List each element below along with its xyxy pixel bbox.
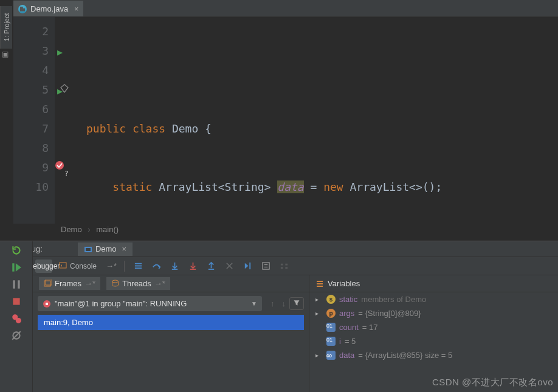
svg-rect-27 xyxy=(280,267,283,269)
debug-session-tab[interactable]: Demo × xyxy=(78,242,133,256)
java-file-icon xyxy=(18,5,27,13)
variables-pane: Variables ▸s static members of Demo▸p ar… xyxy=(309,275,558,392)
step-out-icon[interactable] xyxy=(202,260,219,273)
line-number: 6 xyxy=(13,100,49,119)
editor-tabstrip: Demo.java × xyxy=(13,0,558,17)
svg-point-6 xyxy=(15,318,21,323)
var-type-icon: 01 xyxy=(326,323,336,332)
line-number: 9 xyxy=(13,158,49,177)
variables-header: Variables xyxy=(309,275,558,292)
resume-icon[interactable] xyxy=(11,262,22,273)
debug-toolbar: Debugger Console →* xyxy=(0,257,558,275)
file-tab-demo[interactable]: Demo.java × xyxy=(13,1,83,16)
code-line: public class Demo { xyxy=(74,119,558,139)
breadcrumb-class[interactable]: Demo xyxy=(61,225,82,234)
breakpoint-condition-icon: ? xyxy=(64,164,69,184)
stack-frame[interactable]: main:9, Demo xyxy=(38,315,304,330)
svg-rect-25 xyxy=(280,264,283,266)
line-number: 10 xyxy=(13,177,49,197)
run-gutter-icon[interactable]: ▶ xyxy=(57,43,64,62)
line-number: 2 xyxy=(13,22,49,41)
svg-point-31 xyxy=(112,280,119,283)
debug-tool-window: Debug: Demo × Debugger Console →* xyxy=(0,241,558,392)
line-number: 5 xyxy=(13,80,49,100)
frames-pane: Frames →* Threads →* "main"@1 in group "… xyxy=(33,275,309,392)
console-icon xyxy=(59,261,68,270)
step-over-icon[interactable] xyxy=(148,260,165,273)
variable-row[interactable]: ▸∞ data = {ArrayList@855} size = 5 xyxy=(309,348,558,362)
variable-row[interactable]: 01 count = 17 xyxy=(309,320,558,334)
line-number: 4 xyxy=(13,61,49,80)
view-breakpoints-icon[interactable] xyxy=(11,313,22,324)
filter-icon[interactable] xyxy=(289,297,304,310)
code-line xyxy=(74,61,558,80)
var-type-icon: s xyxy=(326,295,336,304)
svg-rect-3 xyxy=(18,280,19,289)
variable-row[interactable]: 01 i = 5 xyxy=(309,334,558,348)
svg-rect-2 xyxy=(13,280,15,289)
gutter: 2 3 4 5 6 7 8 9 10 xyxy=(13,17,55,224)
variables-icon xyxy=(315,280,324,288)
mute-breakpoints-icon[interactable] xyxy=(11,330,22,341)
svg-rect-26 xyxy=(285,264,288,266)
debugger-tab[interactable]: Debugger xyxy=(35,260,52,273)
editor[interactable]: 2 3 4 5 6 7 8 9 10 ▶ ▶ ? public class De… xyxy=(13,17,558,224)
pause-icon[interactable] xyxy=(11,279,22,290)
threads-tab[interactable]: Threads →* xyxy=(106,277,170,290)
breadcrumb-method[interactable]: main() xyxy=(96,225,119,234)
svg-rect-22 xyxy=(262,263,269,269)
threads-icon xyxy=(111,280,119,287)
variable-row[interactable]: ▸p args = {String[0]@809} xyxy=(309,306,558,320)
thread-selector[interactable]: "main"@1 in group "main": RUNNING ▼ xyxy=(38,296,262,311)
breadcrumb[interactable]: Demo › main() xyxy=(61,225,119,234)
svg-rect-28 xyxy=(285,267,288,269)
prev-frame-icon[interactable]: ↑ xyxy=(267,299,278,308)
line-number: 8 xyxy=(13,139,49,158)
var-type-icon: ∞ xyxy=(326,351,336,360)
debug-header: Debug: Demo × xyxy=(0,241,558,257)
svg-rect-4 xyxy=(13,298,19,304)
line-number: 3 xyxy=(13,41,49,61)
method-override-icon xyxy=(60,84,69,94)
file-tab-label: Demo.java xyxy=(30,4,68,13)
drop-frame-icon[interactable] xyxy=(221,260,238,273)
console-tab[interactable]: Console xyxy=(53,260,102,273)
force-step-into-icon[interactable] xyxy=(184,260,201,273)
chevron-right-icon: › xyxy=(88,225,90,234)
svg-rect-33 xyxy=(46,303,48,305)
variable-row[interactable]: ▸s static members of Demo xyxy=(309,292,558,306)
svg-rect-10 xyxy=(86,248,91,251)
show-execution-point-icon[interactable] xyxy=(129,260,146,273)
close-icon[interactable]: × xyxy=(74,5,78,13)
debug-left-toolbar xyxy=(0,241,33,392)
frames-icon xyxy=(44,280,52,287)
evaluate-expression-icon[interactable] xyxy=(257,260,274,273)
line-number: 7 xyxy=(13,119,49,139)
var-type-icon: 01 xyxy=(326,337,336,346)
run-to-cursor-icon[interactable] xyxy=(239,260,256,273)
rerun-icon[interactable] xyxy=(11,245,22,256)
thread-running-icon xyxy=(43,300,51,308)
trace-current-stream-icon[interactable] xyxy=(275,260,292,273)
svg-rect-1 xyxy=(12,263,14,272)
svg-point-0 xyxy=(55,161,64,170)
code-line: static ArrayList<String> data = new Arra… xyxy=(74,177,558,197)
close-icon[interactable]: × xyxy=(122,244,127,253)
breakpoint-icon[interactable] xyxy=(55,160,64,170)
project-icon: ▣ xyxy=(2,50,10,58)
project-tool-tab[interactable]: 1: Project xyxy=(0,6,12,49)
stop-icon[interactable] xyxy=(11,296,22,307)
frames-tab[interactable]: Frames →* xyxy=(39,277,100,290)
step-into-icon[interactable] xyxy=(166,260,183,273)
app-icon xyxy=(84,245,92,253)
svg-rect-11 xyxy=(60,263,66,268)
next-frame-icon[interactable]: ↓ xyxy=(278,299,290,308)
var-type-icon: p xyxy=(326,309,336,318)
